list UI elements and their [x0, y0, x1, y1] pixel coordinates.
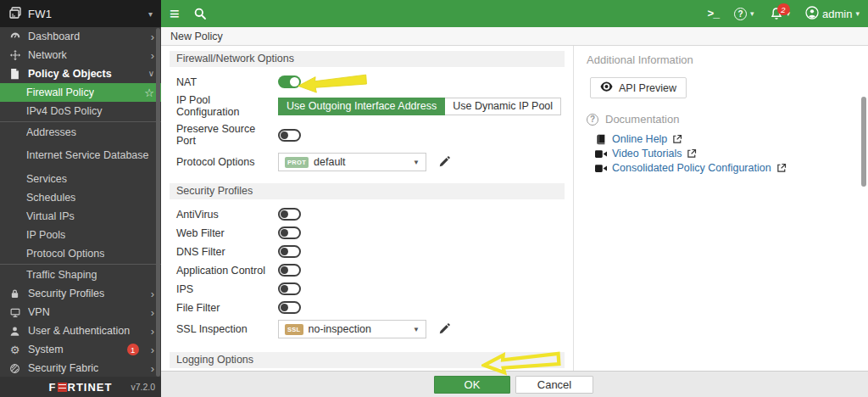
sidebar-item-schedules[interactable]: Schedules	[0, 188, 161, 207]
sidebar-item-security-profiles[interactable]: Security Profiles ›	[0, 284, 161, 303]
sidebar-item-dashboard[interactable]: Dashboard ›	[0, 27, 161, 46]
lock-icon	[8, 288, 21, 300]
prot-badge: PROT	[285, 157, 309, 168]
system-alert-badge: 1	[127, 344, 139, 355]
documentation-label: Documentation	[605, 113, 679, 126]
security-fabric-icon	[8, 362, 21, 375]
sidebar-item-protocol-options[interactable]: Protocol Options	[0, 244, 161, 263]
use-outgoing-interface-address-button[interactable]: Use Outgoing Interface Address	[278, 98, 445, 115]
antivirus-label: AntiVirus	[176, 209, 271, 221]
sidebar-menu: Dashboard › Network › Policy & Objects ∨…	[0, 27, 161, 377]
dns-filter-label: DNS Filter	[176, 246, 271, 258]
main-content: Firewall/Network Options NAT IP Pool Con…	[161, 46, 868, 371]
antivirus-toggle[interactable]	[278, 208, 301, 221]
admin-label: admin	[822, 8, 852, 20]
sidebar-item-user-authentication[interactable]: User & Authentication ›	[0, 322, 161, 340]
use-dynamic-ip-pool-button[interactable]: Use Dynamic IP Pool	[445, 98, 561, 115]
breadcrumb: New Policy	[170, 31, 223, 42]
chevron-down-icon: ∨	[148, 70, 154, 78]
sidebar-item-label: User & Authentication	[28, 325, 130, 337]
sidebar-item-services[interactable]: Services	[0, 170, 161, 188]
file-filter-toggle[interactable]	[278, 301, 301, 314]
sidebar-item-system[interactable]: ⚙ System 1 ›	[0, 340, 161, 359]
dashboard-icon	[8, 31, 21, 43]
sidebar-item-label: Schedules	[26, 192, 75, 204]
sidebar: FW1 ▾ Dashboard › Network ›	[0, 0, 161, 397]
preserve-source-port-toggle[interactable]	[278, 129, 301, 142]
sidebar-scrollbar[interactable]	[156, 28, 160, 377]
help-menu[interactable]: ? ▾	[734, 8, 754, 20]
fortinet-grid-icon	[58, 383, 67, 392]
sidebar-item-firewall-policy[interactable]: Firewall Policy ☆	[0, 83, 161, 102]
chevron-right-icon: ›	[151, 31, 154, 42]
video-tutorials-link[interactable]: Video Tutorials	[612, 148, 682, 159]
online-help-link[interactable]: Online Help	[612, 133, 667, 145]
ips-toggle[interactable]	[278, 282, 301, 295]
cancel-button[interactable]: Cancel	[515, 376, 593, 394]
select-caret-icon: ▼	[413, 159, 420, 166]
policy-form: Firewall/Network Options NAT IP Pool Con…	[161, 46, 574, 371]
application-control-row: Application Control	[170, 264, 565, 277]
caret-down-icon: ▾	[855, 9, 860, 18]
device-selector[interactable]: FW1 ▾	[0, 0, 161, 27]
favorite-star-icon[interactable]: ☆	[144, 87, 154, 99]
doc-link-row: Video Tutorials	[594, 148, 856, 159]
ip-pool-configuration-segment: Use Outgoing Interface Address Use Dynam…	[278, 98, 561, 115]
toggle-knob	[281, 210, 288, 218]
cli-console-icon[interactable]: >_	[707, 8, 719, 20]
sidebar-item-label: Policy & Objects	[28, 68, 112, 80]
sidebar-item-security-fabric[interactable]: Security Fabric ›	[0, 359, 161, 377]
dns-filter-toggle[interactable]	[278, 245, 301, 258]
additional-information-title: Additional Information	[587, 53, 856, 66]
network-icon	[8, 49, 21, 62]
ssl-inspection-select[interactable]: SSL no-inspection ▼	[278, 320, 426, 338]
sidebar-item-vpn[interactable]: VPN ›	[0, 303, 161, 322]
video-camera-icon	[594, 164, 607, 173]
chevron-right-icon: ›	[151, 288, 154, 299]
nat-toggle[interactable]	[278, 75, 301, 88]
admin-menu[interactable]: admin ▾	[805, 6, 860, 22]
protocol-options-select[interactable]: PROT default ▼	[278, 153, 426, 171]
monitor-icon	[8, 306, 21, 319]
application-control-toggle[interactable]	[278, 264, 301, 277]
sidebar-item-traffic-shaping[interactable]: Traffic Shaping	[0, 266, 161, 284]
web-filter-toggle[interactable]	[278, 226, 301, 239]
sidebar-item-label: Virtual IPs	[26, 210, 75, 222]
documentation-links: Online Help Video Tutorials	[594, 133, 856, 174]
sidebar-item-internet-service-database[interactable]: Internet Service Database	[0, 142, 161, 170]
sidebar-item-label: Security Fabric	[28, 362, 98, 374]
gear-icon: ⚙	[8, 344, 21, 356]
device-stack-icon	[8, 6, 22, 22]
notifications-menu[interactable]: 2 ▾	[770, 7, 791, 20]
menu-icon[interactable]: ≡	[170, 5, 180, 22]
policy-document-icon	[8, 68, 21, 81]
edit-pencil-icon[interactable]	[438, 323, 450, 335]
toggle-knob	[281, 304, 288, 311]
api-preview-button[interactable]: API Preview	[590, 77, 687, 98]
caret-down-icon: ▾	[750, 9, 754, 18]
search-icon[interactable]	[193, 7, 207, 20]
menu-divider	[0, 121, 161, 122]
ips-row: IPS	[170, 282, 565, 295]
sidebar-item-virtual-ips[interactable]: Virtual IPs	[0, 207, 161, 226]
toggle-knob	[281, 266, 288, 274]
ssl-inspection-row: SSL Inspection SSL no-inspection ▼	[170, 320, 565, 338]
sidebar-item-policy-objects[interactable]: Policy & Objects ∨	[0, 64, 161, 83]
form-footer: OK Cancel	[161, 371, 868, 397]
ok-button[interactable]: OK	[434, 376, 510, 394]
user-icon	[8, 325, 21, 338]
edit-pencil-icon[interactable]	[438, 156, 450, 168]
sidebar-item-ip-pools[interactable]: IP Pools	[0, 226, 161, 244]
page-scrollbar-thumb[interactable]	[861, 97, 866, 187]
antivirus-row: AntiVirus	[170, 208, 565, 221]
consolidated-policy-configuration-link[interactable]: Consolidated Policy Configuration	[612, 162, 771, 174]
sidebar-item-addresses[interactable]: Addresses	[0, 123, 161, 142]
sidebar-item-label: Internet Service Database	[26, 149, 149, 163]
documentation-title: ? Documentation	[587, 113, 856, 126]
nat-label: NAT	[176, 76, 271, 88]
sidebar-item-ipv4-dos-policy[interactable]: IPv4 DoS Policy	[0, 102, 161, 120]
ssl-badge: SSL	[285, 324, 303, 335]
sidebar-item-network[interactable]: Network ›	[0, 46, 161, 64]
toggle-knob	[281, 229, 288, 237]
sidebar-item-label: Network	[28, 49, 67, 61]
